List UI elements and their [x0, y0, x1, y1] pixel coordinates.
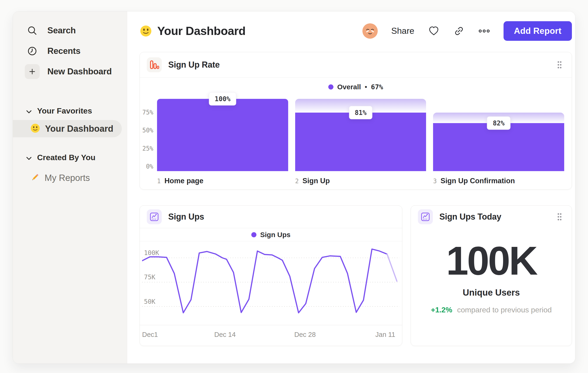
- y-tick-label: 50%: [142, 127, 153, 134]
- sidebar-section-created-by-you: Created By You My Reports: [13, 151, 122, 185]
- y-tick-label: 100K: [144, 250, 159, 256]
- kpi-value: 100K: [411, 241, 572, 281]
- sign-ups-today-card-header: Sign Ups Today: [411, 206, 572, 228]
- legend-value: 67%: [371, 83, 383, 91]
- drag-handle-icon[interactable]: [557, 60, 562, 69]
- ellipsis-icon[interactable]: [478, 25, 490, 37]
- funnel-bar[interactable]: [295, 113, 426, 171]
- section-label: Your Favorites: [37, 106, 92, 115]
- topbar: Your Dashboard Share: [139, 21, 572, 41]
- main-content: Your Dashboard Share: [127, 11, 575, 363]
- funnel-plot: 100%81%82%: [157, 99, 564, 171]
- topbar-actions: Share: [362, 21, 572, 41]
- sign-ups-today-card: Sign Ups Today 100K Un: [411, 205, 572, 346]
- sign-ups-line-chart: 100K75K50K: [142, 241, 400, 325]
- legend-dot: [251, 232, 256, 237]
- funnel-legend[interactable]: Overall • 67%: [140, 78, 572, 96]
- line-chart-x-axis: Dec1Dec 14Dec 28Jan 11: [140, 325, 402, 346]
- pencil-emoji-icon: [30, 172, 40, 183]
- sidebar-item-my-reports[interactable]: My Reports: [13, 171, 122, 185]
- line-series: [142, 249, 387, 313]
- trend-chart-icon: [418, 209, 433, 224]
- sign-up-rate-card-header: Sign Up Rate: [140, 52, 572, 78]
- y-tick-label: 0%: [146, 163, 153, 170]
- sidebar-item-search[interactable]: Search: [13, 20, 122, 41]
- funnel-x-labels: 1Home page2Sign Up3Sign Up Confirmation: [157, 177, 564, 185]
- funnel-step-number: 3: [433, 178, 437, 185]
- funnel-bar[interactable]: [157, 99, 288, 171]
- smiley-emoji-icon: [30, 123, 40, 134]
- card-title: Sign Up Rate: [168, 60, 220, 70]
- sidebar-item-label: Your Dashboard: [45, 124, 113, 134]
- y-tick-label: 75%: [142, 109, 153, 116]
- funnel-step-name: Sign Up: [302, 177, 330, 185]
- legend-label: Overall: [337, 83, 361, 91]
- funnel-step-column: 100%: [157, 99, 288, 171]
- sidebar-item-label: New Dashboard: [47, 67, 112, 76]
- kpi-delta-note: compared to previous period: [457, 306, 552, 314]
- add-report-button[interactable]: Add Report: [504, 21, 572, 41]
- line-chart-svg: [142, 241, 399, 325]
- sidebar-item-label: Recents: [47, 46, 81, 56]
- funnel-step-number: 1: [157, 178, 161, 185]
- sidebar-section-favorites: Your Favorites Your Dashboard: [13, 104, 122, 137]
- link-icon[interactable]: [453, 25, 465, 37]
- created-section-header[interactable]: Created By You: [13, 151, 122, 164]
- funnel-bar-tooltip: 100%: [209, 92, 236, 106]
- funnel-step-label: 2Sign Up: [295, 177, 426, 185]
- kpi-delta-row: +1.2% compared to previous period: [411, 306, 572, 314]
- sidebar-item-new-dashboard[interactable]: New Dashboard: [13, 61, 122, 82]
- funnel-bars-icon: [147, 57, 162, 72]
- search-icon: [24, 23, 40, 38]
- legend-dot: [328, 84, 333, 90]
- funnel-step-column: 81%: [295, 99, 426, 171]
- x-tick-label: Dec 14: [214, 331, 236, 339]
- avatar[interactable]: [362, 23, 378, 39]
- card-title: Sign Ups Today: [439, 212, 501, 222]
- dashboard-row-2: Sign Ups Sign Ups 100K75K50K Dec1Dec 14D…: [139, 205, 572, 346]
- funnel-step-name: Home page: [165, 177, 203, 185]
- sidebar-item-label: Search: [47, 26, 76, 35]
- sidebar-item-label: My Reports: [45, 173, 90, 183]
- smiley-emoji-icon: [139, 25, 152, 37]
- trend-chart-icon: [147, 209, 162, 224]
- legend-separator: •: [365, 83, 367, 91]
- share-button[interactable]: Share: [391, 26, 414, 36]
- favorites-section-header[interactable]: Your Favorites: [13, 104, 122, 117]
- funnel-y-axis: 75%50%25%0%: [140, 99, 157, 171]
- funnel-step-column: 82%: [433, 99, 564, 171]
- funnel-bar-tooltip: 81%: [349, 106, 372, 119]
- funnel-bar[interactable]: [433, 123, 564, 171]
- sidebar-item-recents[interactable]: Recents: [13, 41, 122, 61]
- sidebar: Search Recents: [13, 11, 127, 363]
- x-tick-label: Dec 28: [294, 331, 316, 339]
- plus-icon: [25, 64, 40, 79]
- sign-ups-legend[interactable]: Sign Ups: [140, 228, 402, 241]
- app-page: Search Recents: [0, 0, 588, 373]
- drag-handle-icon[interactable]: [557, 213, 562, 221]
- sign-up-rate-card: Sign Up Rate Overall: [139, 52, 572, 190]
- funnel-step-name: Sign Up Confirmation: [441, 177, 515, 185]
- funnel-step-label: 3Sign Up Confirmation: [433, 177, 564, 185]
- x-tick-label: Jan 11: [375, 331, 395, 339]
- app-window: Search Recents: [13, 11, 575, 364]
- sidebar-item-your-dashboard[interactable]: Your Dashboard: [13, 120, 122, 137]
- y-tick-label: 25%: [142, 145, 153, 152]
- clock-icon: [24, 43, 40, 59]
- chevron-down-icon: [26, 106, 32, 115]
- line-series-incomplete-tail: [387, 254, 397, 281]
- page-title: Your Dashboard: [157, 24, 245, 38]
- y-tick-label: 75K: [144, 274, 155, 281]
- section-label: Created By You: [37, 153, 95, 162]
- chevron-down-icon: [26, 153, 32, 162]
- heart-icon[interactable]: [428, 25, 440, 37]
- kpi-label: Unique Users: [411, 288, 572, 298]
- sign-ups-card-header: Sign Ups: [140, 206, 402, 228]
- kpi-delta: +1.2%: [431, 306, 452, 314]
- funnel-bar-tooltip: 82%: [487, 117, 511, 130]
- funnel-step-label: 1Home page: [157, 177, 288, 185]
- x-tick-label: Dec1: [142, 331, 158, 339]
- funnel-chart: 75%50%25%0% 100%81%82%: [140, 99, 564, 171]
- legend-label: Sign Ups: [260, 231, 291, 239]
- y-tick-label: 50K: [144, 298, 155, 305]
